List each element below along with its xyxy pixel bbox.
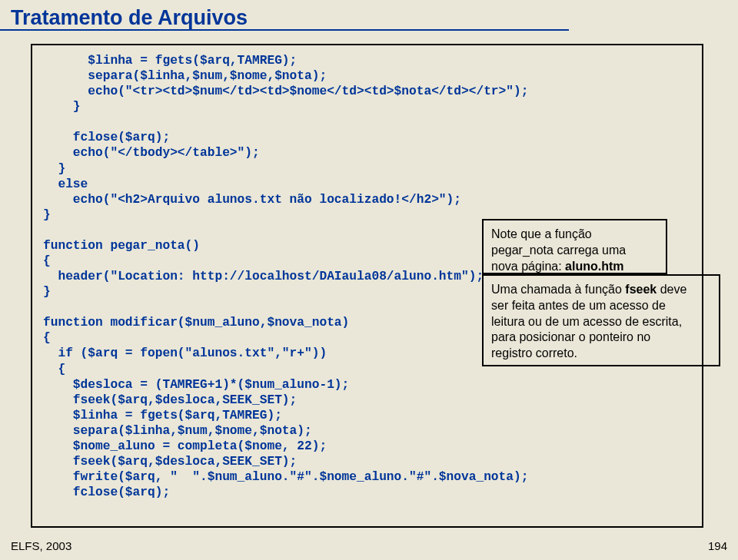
callout2-line1a: Uma chamada à função xyxy=(491,283,625,296)
callout2-line1c: deve xyxy=(657,283,686,296)
callout2-line5: registro correto. xyxy=(491,346,577,360)
callout2-line3: leitura ou de um acesso de escrita, xyxy=(491,315,682,328)
callout2-line2: ser feita antes de um acesso de xyxy=(491,299,666,312)
footer-right: 194 xyxy=(708,539,727,552)
callout2-line1b: fseek xyxy=(625,283,657,296)
title-underline xyxy=(0,29,569,31)
callout-note-1: Note que a função pegar_nota carrega uma… xyxy=(482,219,667,274)
callout-note-2: Uma chamada à função fseek deve ser feit… xyxy=(482,274,720,366)
callout2-line4: para posicionar o ponteiro no xyxy=(491,330,650,343)
page-title: Tratamento de Arquivos xyxy=(0,0,738,30)
callout1-line3b: aluno.htm xyxy=(565,260,623,273)
callout1-line1: Note que a função xyxy=(491,227,592,240)
footer-left: ELFS, 2003 xyxy=(11,539,71,552)
callout1-line2: pegar_nota carrega uma xyxy=(491,244,626,257)
callout1-line3a: nova página: xyxy=(491,260,565,273)
